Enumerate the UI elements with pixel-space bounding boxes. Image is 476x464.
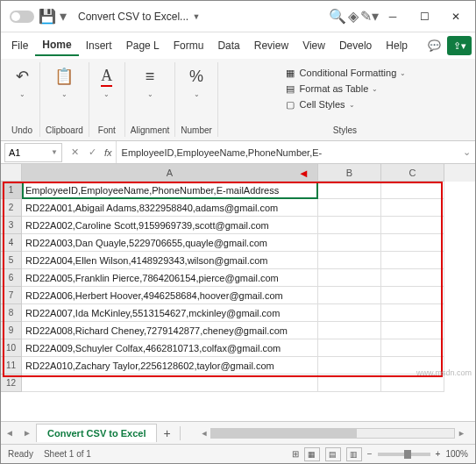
close-button[interactable]: ✕ — [440, 4, 472, 30]
cell[interactable] — [381, 234, 444, 252]
clipboard-icon[interactable]: 📋 — [52, 64, 76, 89]
tab-formulas[interactable]: Formu — [167, 36, 211, 55]
row-header[interactable]: 12 — [1, 375, 22, 392]
cell[interactable]: RD22A004,Ellen Wilson,4148929343,wilson@… — [22, 252, 318, 269]
cell[interactable] — [318, 269, 381, 287]
column-header-a[interactable]: A ◂ — [22, 164, 318, 182]
tab-file[interactable]: File — [4, 36, 35, 55]
name-box[interactable]: A1 ▼ — [4, 143, 62, 162]
cell[interactable]: RD22A008,Richard Cheney,7279142877,chene… — [22, 322, 318, 339]
column-header-b[interactable]: B — [318, 164, 381, 182]
cell[interactable]: RD22A003,Dan Quayle,5229706655,quayle@gm… — [22, 234, 318, 252]
undo-icon[interactable]: ↶ — [10, 64, 34, 89]
scroll-right-icon[interactable]: ► — [455, 429, 468, 438]
tab-review[interactable]: Review — [247, 36, 295, 55]
row-header[interactable]: 4 — [1, 234, 22, 252]
cell[interactable] — [381, 304, 444, 322]
tab-home[interactable]: Home — [35, 35, 78, 56]
cell[interactable] — [381, 182, 444, 199]
cell[interactable]: RD22A007,Ida McKinley,5513154627,mckinle… — [22, 304, 318, 322]
cell[interactable] — [318, 199, 381, 217]
diamond-icon[interactable]: ◈ — [345, 9, 361, 25]
cell[interactable] — [381, 287, 444, 304]
display-settings-icon[interactable]: ⊞ — [292, 449, 299, 459]
row-header[interactable]: 9 — [1, 322, 22, 339]
tab-data[interactable]: Data — [210, 36, 246, 55]
sheet-prev-icon[interactable]: ◄ — [1, 428, 18, 438]
cell[interactable] — [381, 199, 444, 217]
cell[interactable] — [318, 322, 381, 339]
cell[interactable] — [318, 234, 381, 252]
cell[interactable] — [318, 375, 381, 392]
cell[interactable] — [318, 182, 381, 199]
cancel-formula-icon[interactable]: ✕ — [66, 146, 83, 158]
page-break-view-button[interactable]: ▥ — [346, 447, 362, 461]
row-header[interactable]: 3 — [1, 217, 22, 234]
normal-view-button[interactable]: ▦ — [304, 447, 320, 461]
cell[interactable] — [318, 217, 381, 234]
enter-formula-icon[interactable]: ✓ — [83, 146, 101, 158]
format-as-table-button[interactable]: ▤ Format as Table ⌄ — [284, 82, 407, 96]
cell[interactable] — [318, 252, 381, 269]
row-header[interactable]: 2 — [1, 199, 22, 217]
cell[interactable] — [381, 339, 444, 357]
add-sheet-button[interactable]: + — [157, 426, 176, 440]
autosave-toggle[interactable] — [4, 11, 39, 23]
cell[interactable] — [381, 217, 444, 234]
alignment-icon[interactable]: ≡ — [138, 64, 162, 89]
cell[interactable] — [381, 252, 444, 269]
row-header[interactable]: 10 — [1, 339, 22, 357]
fx-icon[interactable]: fx — [101, 147, 116, 158]
cell[interactable] — [318, 287, 381, 304]
hscroll-track[interactable] — [210, 428, 455, 439]
column-header-c[interactable]: C — [381, 164, 444, 182]
cell[interactable] — [318, 357, 381, 375]
cell[interactable]: EmployeeID,EmployeeName,PhoneNumber,E-ma… — [22, 182, 318, 199]
number-icon[interactable]: % — [184, 64, 209, 89]
scroll-left-icon[interactable]: ◄ — [197, 429, 210, 438]
share-button[interactable]: ⇪▾ — [447, 36, 472, 55]
tab-help[interactable]: Help — [379, 36, 415, 55]
cell[interactable] — [381, 269, 444, 287]
tab-page-layout[interactable]: Page L — [119, 36, 167, 55]
sheet-next-icon[interactable]: ► — [18, 428, 36, 438]
row-header[interactable]: 1 — [1, 182, 22, 199]
pen-icon[interactable]: ✎▾ — [361, 9, 377, 25]
cell[interactable]: RD22A005,Franklin Pierce,7864206154,pier… — [22, 269, 318, 287]
cell[interactable] — [318, 304, 381, 322]
zoom-in-button[interactable]: + — [436, 449, 441, 459]
title-dropdown-icon[interactable]: ▼ — [188, 9, 204, 25]
save-icon[interactable]: 💾 — [39, 9, 55, 25]
cell[interactable]: RD22A001,Abigail Adams,8322958840,adams@… — [22, 199, 318, 217]
cell[interactable]: RD22A009,Schuyler Colfax,4662810713,colf… — [22, 339, 318, 357]
conditional-formatting-button[interactable]: ▦ Conditional Formatting ⌄ — [284, 66, 407, 80]
zoom-level[interactable]: 100% — [445, 449, 468, 459]
zoom-slider[interactable] — [378, 453, 430, 456]
tab-view[interactable]: View — [295, 36, 332, 55]
formula-input[interactable]: EmployeeID,EmployeeName,PhoneNumber,E- — [116, 141, 458, 163]
row-header[interactable]: 5 — [1, 252, 22, 269]
cell-styles-button[interactable]: ▢ Cell Styles ⌄ — [284, 97, 407, 111]
cell[interactable] — [318, 339, 381, 357]
tab-developer[interactable]: Develo — [332, 36, 379, 55]
row-header[interactable]: 7 — [1, 287, 22, 304]
page-layout-view-button[interactable]: ▤ — [325, 447, 341, 461]
sheet-tab-active[interactable]: Convert CSV to Excel — [36, 424, 157, 442]
zoom-out-button[interactable]: − — [367, 449, 373, 459]
hscroll-thumb[interactable] — [211, 429, 357, 438]
row-header[interactable]: 11 — [1, 357, 22, 375]
dropdown-qa-icon[interactable]: ▾ — [55, 9, 71, 25]
row-header[interactable]: 6 — [1, 269, 22, 287]
cell[interactable] — [22, 375, 318, 392]
document-title[interactable]: Convert CSV to Excel... — [78, 11, 188, 23]
cell[interactable]: RD22A006,Herbert Hoover,4946258684,hoove… — [22, 287, 318, 304]
row-header[interactable]: 8 — [1, 304, 22, 322]
maximize-button[interactable]: ☐ — [409, 4, 440, 30]
minimize-button[interactable]: ─ — [377, 4, 409, 30]
horizontal-scrollbar[interactable]: ◄ ► — [197, 428, 468, 439]
cell[interactable] — [381, 375, 444, 392]
select-all-corner[interactable] — [1, 164, 22, 182]
comments-button[interactable]: 💬 — [424, 36, 444, 55]
font-icon[interactable]: A — [95, 64, 119, 89]
cell[interactable]: RD22A010,Zachary Taylor,2256128602,taylo… — [22, 357, 318, 375]
